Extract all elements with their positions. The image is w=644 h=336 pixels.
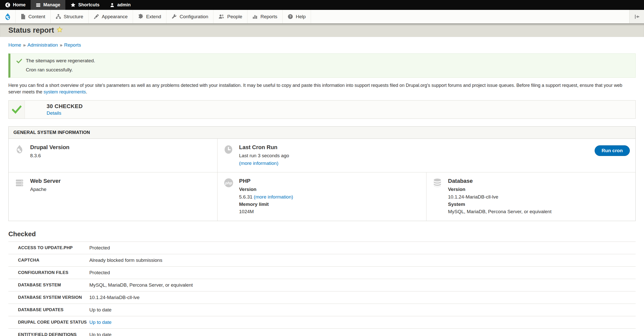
cron-clock-icon bbox=[224, 144, 234, 167]
admin-bar-shortcuts-label: Shortcuts bbox=[78, 2, 100, 8]
svg-text:php: php bbox=[225, 181, 232, 185]
row-value: Protected bbox=[89, 242, 636, 254]
row-value: Already blocked form submissions bbox=[89, 254, 636, 266]
extend-icon bbox=[138, 14, 143, 19]
gsi-cron-cell: Last Cron Run Last run 3 seconds ago (mo… bbox=[218, 139, 635, 172]
tray-item-configuration-label: Configuration bbox=[180, 14, 208, 19]
php-memory-label: Memory limit bbox=[239, 201, 293, 208]
row-label: CAPTCHA bbox=[8, 254, 89, 266]
tray-item-people-label: People bbox=[227, 14, 242, 19]
tray-item-reports-label: Reports bbox=[260, 14, 277, 19]
checked-summary-box: 30 CHECKED Details bbox=[8, 100, 636, 119]
php-title: PHP bbox=[239, 178, 293, 184]
tray-item-people[interactable]: People bbox=[213, 10, 247, 23]
table-row: ENTITY/FIELD DEFINITIONS Up to date bbox=[8, 328, 636, 336]
appearance-icon bbox=[94, 14, 99, 19]
tray-item-help-label: Help bbox=[296, 14, 306, 19]
php-icon: php bbox=[224, 178, 234, 215]
tray-item-structure-label: Structure bbox=[64, 14, 83, 19]
php-more-information-link[interactable]: (more information) bbox=[254, 194, 293, 200]
row-label: CONFIGURATION FILES bbox=[8, 266, 89, 279]
checked-count: 30 CHECKED bbox=[47, 103, 83, 110]
tray-item-content-label: Content bbox=[28, 14, 45, 19]
drupal-home-button[interactable] bbox=[0, 10, 16, 23]
gsi-drupal-version-cell: Drupal Version 8.3.6 bbox=[9, 139, 218, 172]
intro-paragraph: Here you can find a short overview of yo… bbox=[8, 82, 636, 95]
page-title-text: Status report bbox=[8, 26, 54, 34]
breadcrumb-administration[interactable]: Administration bbox=[27, 42, 58, 48]
people-icon bbox=[219, 14, 224, 19]
admin-bar-manage-label: Manage bbox=[43, 2, 60, 8]
admin-bar-user-label: admin bbox=[117, 2, 131, 8]
breadcrumb: Home»Administration»Reports bbox=[8, 42, 636, 48]
row-value: Up to date bbox=[89, 304, 636, 316]
cron-title: Last Cron Run bbox=[239, 144, 289, 151]
status-messages: The sitemaps were regenerated. Cron ran … bbox=[8, 53, 636, 78]
tray-item-extend[interactable]: Extend bbox=[133, 10, 166, 23]
gsi-web-server-cell: Web Server Apache bbox=[9, 172, 218, 221]
web-server-icon bbox=[15, 178, 25, 215]
row-label: DATABASE SYSTEM VERSION bbox=[8, 291, 89, 304]
details-link[interactable]: Details bbox=[47, 110, 83, 116]
drupal-core-update-status-link[interactable]: Up to date bbox=[89, 320, 112, 325]
web-server-title: Web Server bbox=[30, 178, 61, 184]
system-requirements-link[interactable]: system requirements bbox=[44, 89, 86, 94]
database-system-label: System bbox=[448, 201, 552, 208]
database-icon bbox=[433, 178, 443, 215]
star-outline-icon[interactable] bbox=[56, 26, 63, 34]
status-check-icon bbox=[16, 58, 22, 65]
row-label: DATABASE SYSTEM bbox=[8, 279, 89, 291]
row-value: 10.1.24-MariaDB-cll-lve bbox=[89, 291, 636, 304]
toggle-vertical-icon[interactable] bbox=[629, 10, 644, 23]
tray-item-appearance[interactable]: Appearance bbox=[89, 10, 133, 23]
tray-item-content[interactable]: Content bbox=[16, 10, 51, 23]
checked-table: ACCESS TO UPDATE.PHP Protected CAPTCHA A… bbox=[8, 242, 636, 336]
tray-item-appearance-label: Appearance bbox=[102, 14, 128, 19]
tray-item-structure[interactable]: Structure bbox=[51, 10, 89, 23]
tray-item-reports[interactable]: Reports bbox=[247, 10, 283, 23]
cron-status: Last run 3 seconds ago bbox=[239, 152, 289, 159]
breadcrumb-home[interactable]: Home bbox=[8, 42, 21, 48]
status-message-sitemaps: The sitemaps were regenerated. bbox=[26, 58, 629, 64]
gsi-panel-title: GENERAL SYSTEM INFORMATION bbox=[9, 127, 635, 139]
row-label: ENTITY/FIELD DEFINITIONS bbox=[8, 328, 89, 336]
user-icon bbox=[110, 3, 115, 8]
table-row: DRUPAL CORE UPDATE STATUS Up to date bbox=[8, 316, 636, 328]
drupal-logo bbox=[4, 13, 12, 21]
svg-text:?: ? bbox=[289, 15, 291, 18]
tray-item-configuration[interactable]: Configuration bbox=[166, 10, 213, 23]
table-row: DATABASE UPDATES Up to date bbox=[8, 304, 636, 316]
tray-item-help[interactable]: ? Help bbox=[283, 10, 311, 23]
php-version-label: Version bbox=[239, 186, 293, 193]
intro-text-end: . bbox=[86, 89, 87, 94]
hamburger-icon bbox=[36, 3, 41, 8]
reports-icon bbox=[252, 14, 258, 19]
admin-toolbar: Home Manage Shortcuts admin bbox=[0, 0, 644, 10]
star-icon bbox=[70, 2, 76, 8]
table-row: ACCESS TO UPDATE.PHP Protected bbox=[8, 242, 636, 254]
row-label: DATABASE UPDATES bbox=[8, 304, 89, 316]
admin-bar-home[interactable]: Home bbox=[0, 0, 31, 10]
cron-more-information-link[interactable]: (more information) bbox=[239, 161, 278, 166]
admin-bar-shortcuts[interactable]: Shortcuts bbox=[65, 0, 105, 10]
page-header: Status report bbox=[0, 24, 644, 37]
drupal-version-value: 8.3.6 bbox=[30, 152, 69, 159]
gsi-database-cell: Database Version 10.1.24-MariaDB-cll-lve… bbox=[426, 172, 635, 221]
breadcrumb-separator: » bbox=[60, 42, 63, 48]
run-cron-button[interactable]: Run cron bbox=[595, 145, 630, 156]
table-row: DATABASE SYSTEM MySQL, MariaDB, Percona … bbox=[8, 279, 636, 291]
content-icon bbox=[21, 14, 26, 19]
admin-bar-user[interactable]: admin bbox=[105, 0, 136, 10]
web-server-value: Apache bbox=[30, 186, 61, 193]
status-message-cron: Cron ran successfully. bbox=[26, 67, 629, 73]
database-system-value: MySQL, MariaDB, Percona Server, or equiv… bbox=[448, 208, 552, 215]
row-value: Protected bbox=[89, 266, 636, 279]
database-title: Database bbox=[448, 178, 552, 184]
admin-bar-manage[interactable]: Manage bbox=[31, 0, 65, 10]
summary-check-icon bbox=[9, 101, 25, 118]
row-value: Up to date bbox=[89, 328, 636, 336]
back-icon bbox=[5, 2, 10, 8]
general-system-information-panel: GENERAL SYSTEM INFORMATION Drupal Versio… bbox=[8, 126, 636, 221]
breadcrumb-reports[interactable]: Reports bbox=[64, 42, 81, 48]
structure-icon bbox=[56, 14, 61, 19]
